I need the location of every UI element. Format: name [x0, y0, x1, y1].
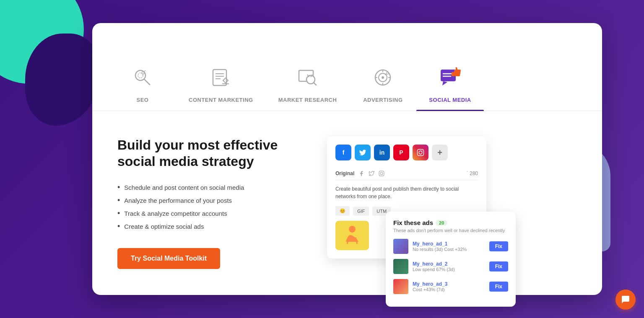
svg-rect-5	[213, 70, 226, 85]
ad-info-1: My_hero_ad_1 No results (3d) Cost +32%	[413, 241, 485, 252]
add-network-icon[interactable]: +	[432, 145, 448, 160]
post-text-preview: Create beautiful post and publish them d…	[335, 185, 478, 200]
hero-heading: Build your most effective social media s…	[117, 137, 293, 169]
post-image-preview	[335, 221, 369, 250]
fix-ads-title: Fix these ads	[393, 219, 433, 226]
nav-tabs: SEO CONTENT MARKETING	[92, 23, 602, 111]
tab-advertising[interactable]: ADVERTISING	[349, 57, 416, 111]
tab-advertising-label: ADVERTISING	[363, 97, 402, 103]
tab-market-label: MARKET RESEARCH	[278, 97, 337, 103]
svg-rect-27	[418, 150, 424, 156]
post-count: 280	[470, 171, 478, 176]
screenshot-section: f in P + Original	[319, 128, 577, 278]
ad-name-3: My_hero_ad_3	[413, 281, 485, 287]
ad-name-2: My_hero_ad_2	[413, 261, 485, 267]
fix-btn-3[interactable]: Fix	[489, 282, 508, 292]
svg-rect-30	[379, 171, 384, 176]
cta-button[interactable]: Try Social Media Toolkit	[117, 248, 220, 269]
tab-seo[interactable]: SEO	[109, 57, 176, 111]
feature-1: Schedule and post content on social medi…	[117, 181, 293, 194]
content-area: Build your most effective social media s…	[92, 111, 602, 295]
ad-status-3: Cost +43% (7d)	[413, 287, 485, 292]
instagram-icon	[413, 145, 428, 160]
feature-2: Analyze the performance of your posts	[117, 194, 293, 207]
tab-seo-label: SEO	[137, 97, 149, 103]
svg-line-34	[356, 238, 357, 244]
gif-btn[interactable]: GIF	[353, 207, 369, 216]
post-meta-row: Original 280	[335, 167, 478, 180]
ad-row-3: My_hero_ad_3 Cost +43% (7d) Fix	[393, 279, 508, 294]
svg-point-28	[419, 151, 422, 154]
fix-ads-badge: 20	[436, 220, 447, 226]
tab-market-research[interactable]: MARKET RESEARCH	[266, 57, 350, 111]
svg-point-29	[422, 150, 423, 151]
main-card: SEO CONTENT MARKETING	[92, 23, 602, 295]
advertising-icon	[370, 65, 395, 90]
fix-ads-header: Fix these ads 20	[393, 219, 508, 226]
svg-point-17	[382, 76, 384, 79]
post-meta-right: 280	[462, 171, 478, 176]
seo-icon	[130, 65, 155, 90]
ad-thumb-2	[393, 259, 408, 274]
content-marketing-icon	[208, 65, 234, 90]
svg-line-12	[314, 83, 316, 85]
chat-bubble[interactable]	[615, 290, 636, 310]
ad-info-3: My_hero_ad_3 Cost +43% (7d)	[413, 281, 485, 292]
post-meta-left: Original	[335, 171, 384, 176]
svg-point-31	[380, 172, 383, 175]
social-icons-row: f in P +	[335, 145, 478, 160]
ad-row-2: My_hero_ad_2 Low spend 67% (3d) Fix	[393, 259, 508, 274]
pinterest-icon: P	[393, 145, 409, 160]
ad-status-2: Low spend 67% (3d)	[413, 267, 485, 272]
feature-4: Create & optimize social ads	[117, 220, 293, 233]
twitter-icon	[355, 145, 371, 160]
linkedin-icon: in	[374, 145, 390, 160]
tab-social-media[interactable]: SOCIAL MEDIA	[416, 57, 483, 111]
svg-line-1	[144, 79, 150, 85]
svg-marker-23	[442, 81, 447, 85]
svg-point-32	[349, 226, 356, 233]
facebook-icon: f	[335, 145, 351, 160]
tab-content-label: CONTENT MARKETING	[189, 97, 253, 103]
ad-thumb-3	[393, 279, 408, 294]
emoji-btn[interactable]: 😊	[335, 206, 350, 216]
tab-social-media-label: SOCIAL MEDIA	[429, 97, 471, 103]
ad-thumb-1	[393, 239, 408, 254]
fix-btn-2[interactable]: Fix	[489, 261, 508, 271]
fix-btn-1[interactable]: Fix	[489, 241, 508, 251]
ad-row-1: My_hero_ad_1 No results (3d) Cost +32% F…	[393, 239, 508, 254]
fix-ads-subtitle: These ads don't perform well or have dec…	[393, 228, 508, 233]
market-research-icon	[295, 65, 320, 90]
post-original-label: Original	[335, 171, 354, 176]
text-section: Build your most effective social media s…	[117, 137, 293, 269]
feature-3: Track & analyze competitor accounts	[117, 207, 293, 220]
ad-name-1: My_hero_ad_1	[413, 241, 485, 247]
ad-status-1: No results (3d) Cost +32%	[413, 247, 485, 252]
social-media-icon	[438, 65, 463, 90]
ad-info-2: My_hero_ad_2 Low spend 67% (3d)	[413, 261, 485, 272]
fix-ads-card: Fix these ads 20 These ads don't perform…	[386, 212, 516, 307]
tab-content-marketing[interactable]: CONTENT MARKETING	[176, 57, 266, 111]
svg-rect-26	[452, 72, 454, 76]
features-list: Schedule and post content on social medi…	[117, 181, 293, 233]
